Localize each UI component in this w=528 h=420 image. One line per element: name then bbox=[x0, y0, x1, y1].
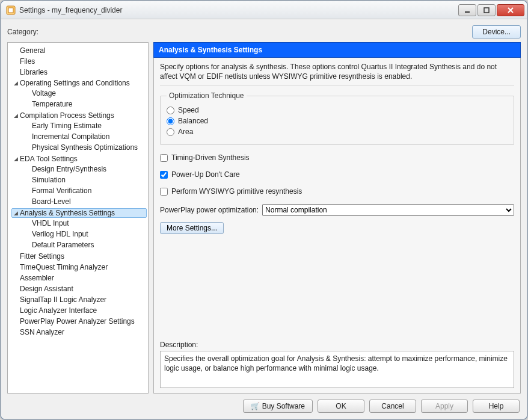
window-controls bbox=[458, 4, 524, 16]
description-label: Description: bbox=[160, 341, 514, 349]
tree-item-early-timing[interactable]: Early Timing Estimate bbox=[32, 122, 102, 130]
opt-area[interactable]: Area bbox=[167, 128, 508, 136]
expand-icon[interactable]: ◢ bbox=[13, 156, 19, 162]
apply-button[interactable]: Apply bbox=[421, 400, 468, 413]
opt-speed[interactable]: Speed bbox=[167, 106, 508, 114]
powerplay-select[interactable]: Normal compilation bbox=[262, 204, 514, 216]
chk-timing-driven[interactable]: Timing-Driven Synthesis bbox=[160, 153, 514, 162]
tree-item-temperature[interactable]: Temperature bbox=[32, 100, 72, 108]
cart-icon: 🛒 bbox=[251, 402, 260, 410]
checkbox-wysiwyg[interactable] bbox=[160, 188, 168, 196]
tree-item-incremental[interactable]: Incremental Compilation bbox=[32, 132, 109, 141]
settings-window: Settings - my_frequency_divider Category… bbox=[1, 1, 527, 419]
main-row: General Files Libraries ◢Operating Setti… bbox=[7, 42, 521, 394]
tree-item-vhdl[interactable]: VHDL Input bbox=[32, 219, 69, 227]
radio-speed[interactable] bbox=[167, 107, 174, 114]
tree-item-analysis-synthesis[interactable]: Analysis & Synthesis Settings bbox=[20, 209, 115, 217]
more-settings-button[interactable]: More Settings... bbox=[160, 222, 224, 234]
buy-software-button[interactable]: 🛒Buy Software bbox=[243, 400, 313, 413]
chk-wysiwyg[interactable]: Perform WYSIWYG primitive resynthesis bbox=[160, 187, 514, 196]
svg-rect-3 bbox=[484, 8, 489, 13]
tree-item-eda[interactable]: EDA Tool Settings bbox=[20, 155, 78, 163]
radio-area[interactable] bbox=[167, 128, 174, 136]
app-icon bbox=[6, 5, 16, 15]
panel-heading: Analysis & Synthesis Settings bbox=[153, 42, 521, 58]
category-label: Category: bbox=[7, 28, 466, 36]
panel-body: Specify options for analysis & synthesis… bbox=[153, 58, 521, 394]
opt-balanced[interactable]: Balanced bbox=[167, 117, 508, 125]
maximize-button[interactable] bbox=[477, 4, 496, 16]
tree-item-simulation[interactable]: Simulation bbox=[32, 176, 66, 184]
tree-item-powerplay[interactable]: PowerPlay Power Analyzer Settings bbox=[20, 317, 135, 326]
tree-item-timequest[interactable]: TimeQuest Timing Analyzer bbox=[20, 263, 108, 271]
tree-item-board[interactable]: Board-Level bbox=[32, 197, 71, 206]
radio-balanced[interactable] bbox=[167, 117, 174, 125]
client-area: Category: Device... General Files Librar… bbox=[1, 19, 527, 419]
close-button[interactable] bbox=[497, 4, 524, 16]
tree-item-phys-synth[interactable]: Physical Synthesis Optimizations bbox=[32, 143, 138, 152]
cancel-button[interactable]: Cancel bbox=[369, 400, 416, 413]
tree-item-design-entry[interactable]: Design Entry/Synthesis bbox=[32, 165, 106, 173]
tree-item-general[interactable]: General bbox=[20, 46, 46, 55]
checkbox-powerup[interactable] bbox=[160, 171, 168, 179]
ok-button[interactable]: OK bbox=[318, 400, 364, 413]
tree-item-verilog[interactable]: Verilog HDL Input bbox=[32, 230, 88, 238]
description-box: Specifies the overall optimization goal … bbox=[160, 351, 514, 388]
tree-item-signaltap[interactable]: SignalTap II Logic Analyzer bbox=[20, 295, 106, 304]
titlebar[interactable]: Settings - my_frequency_divider bbox=[1, 1, 527, 19]
svg-rect-1 bbox=[8, 8, 13, 13]
tree-item-design-assistant[interactable]: Design Assistant bbox=[20, 285, 73, 293]
chk-powerup[interactable]: Power-Up Don't Care bbox=[160, 170, 514, 179]
powerplay-row: PowerPlay power optimization: Normal com… bbox=[160, 204, 514, 216]
checkboxes: Timing-Driven Synthesis Power-Up Don't C… bbox=[160, 151, 514, 198]
tree-item-formal[interactable]: Formal Verification bbox=[32, 187, 91, 195]
tree-item-logic-analyzer-if[interactable]: Logic Analyzer Interface bbox=[20, 306, 97, 315]
tree-item-ssn[interactable]: SSN Analyzer bbox=[20, 328, 64, 336]
expand-icon[interactable]: ◢ bbox=[13, 80, 19, 86]
expand-icon[interactable]: ◢ bbox=[13, 113, 19, 119]
tree-item-files[interactable]: Files bbox=[20, 57, 35, 66]
tree-item-libraries[interactable]: Libraries bbox=[20, 68, 48, 76]
checkbox-timing[interactable] bbox=[160, 154, 168, 162]
tree-item-compilation[interactable]: Compilation Process Settings bbox=[20, 111, 114, 120]
panel-description: Specify options for analysis & synthesis… bbox=[160, 63, 514, 85]
description-block: Description: Specifies the overall optim… bbox=[160, 341, 514, 388]
powerplay-label: PowerPlay power optimization: bbox=[160, 206, 259, 214]
tree-item-default-params[interactable]: Default Parameters bbox=[32, 241, 94, 249]
tree-item-voltage[interactable]: Voltage bbox=[32, 89, 56, 97]
settings-panel: Analysis & Synthesis Settings Specify op… bbox=[153, 42, 521, 394]
tree-item-operating-settings[interactable]: Operating Settings and Conditions bbox=[20, 79, 130, 87]
dialog-buttons: 🛒Buy Software OK Cancel Apply Help bbox=[7, 397, 521, 414]
help-button[interactable]: Help bbox=[473, 400, 520, 413]
window-title: Settings - my_frequency_divider bbox=[19, 6, 458, 14]
expand-icon[interactable]: ◢ bbox=[13, 210, 19, 216]
category-tree[interactable]: General Files Libraries ◢Operating Setti… bbox=[7, 42, 149, 394]
optimization-technique-legend: Optimization Technique bbox=[167, 91, 247, 100]
tree-item-fitter[interactable]: Fitter Settings bbox=[20, 252, 64, 261]
optimization-technique-group: Optimization Technique Speed Balanced Ar… bbox=[160, 91, 514, 145]
tree-item-assembler[interactable]: Assembler bbox=[20, 274, 54, 282]
top-row: Category: Device... bbox=[7, 25, 521, 39]
device-button[interactable]: Device... bbox=[472, 25, 521, 39]
minimize-button[interactable] bbox=[458, 4, 476, 16]
